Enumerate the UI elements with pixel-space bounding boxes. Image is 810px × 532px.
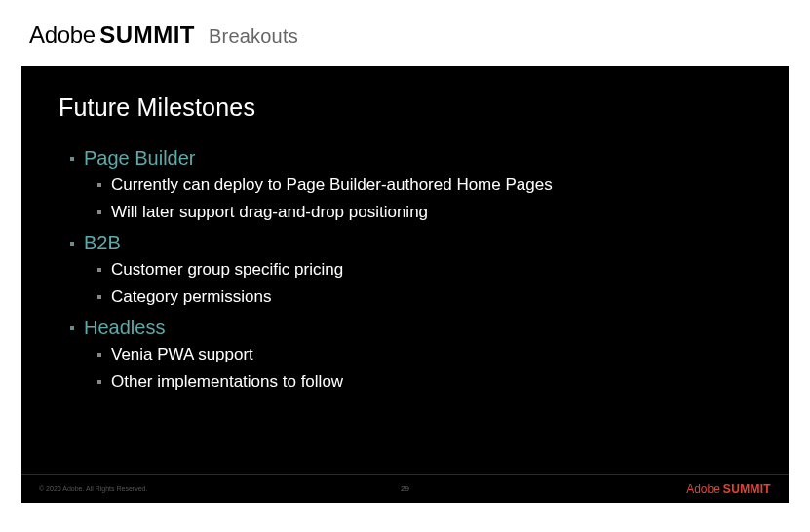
subitem-text: Customer group specific pricing [111,260,343,280]
topic-headless: Headless [70,317,752,339]
bullet-icon [97,295,101,299]
footer-logo: Adobe SUMMIT [686,482,771,496]
slide-title: Future Milestones [58,94,752,122]
list-item: Will later support drag-and-drop positio… [97,203,752,222]
subitem-text: Will later support drag-and-drop positio… [111,203,428,222]
subitem-text: Category permissions [111,287,271,307]
bullet-icon [70,157,74,161]
list-item: Venia PWA support [97,345,752,364]
list-item: Category permissions [97,287,752,307]
topic-label: Page Builder [84,147,196,170]
subitem-text: Venia PWA support [111,345,253,364]
slide-container: Future Milestones Page Builder Currently… [21,66,789,503]
list-item: Other implementations to follow [97,372,752,392]
header-adobe-text: Adobe [29,21,96,48]
subitems: Venia PWA support Other implementations … [70,345,752,392]
subitem-text: Other implementations to follow [111,372,343,392]
footer-copyright: © 2020 Adobe. All Rights Reserved. [39,485,147,492]
list-item: Currently can deploy to Page Builder-aut… [97,175,752,195]
footer-summit-text: SUMMIT [723,482,771,496]
bullet-icon [70,326,74,330]
bullet-icon [97,210,101,214]
topic-page-builder: Page Builder [70,147,752,170]
header-breakouts-text: Breakouts [209,25,298,48]
bullet-icon [97,353,101,357]
bullet-icon [70,242,74,246]
list-item: Customer group specific pricing [97,260,752,280]
page-header: Adobe SUMMIT Breakouts [0,0,810,66]
bullet-icon [97,380,101,384]
footer-adobe-text: Adobe [686,482,720,496]
subitems: Customer group specific pricing Category… [70,260,752,307]
header-summit-text: SUMMIT [99,21,195,48]
subitem-text: Currently can deploy to Page Builder-aut… [111,175,553,195]
slide-content: Page Builder Currently can deploy to Pag… [58,147,752,392]
footer-page-number: 29 [401,484,409,493]
topic-b2b: B2B [70,232,752,254]
slide-footer: © 2020 Adobe. All Rights Reserved. 29 Ad… [21,474,789,503]
bullet-icon [97,183,101,187]
bullet-icon [97,268,101,272]
topic-label: Headless [84,317,165,339]
subitems: Currently can deploy to Page Builder-aut… [70,175,752,222]
header-logo: Adobe SUMMIT [29,21,195,49]
topic-label: B2B [84,232,121,254]
